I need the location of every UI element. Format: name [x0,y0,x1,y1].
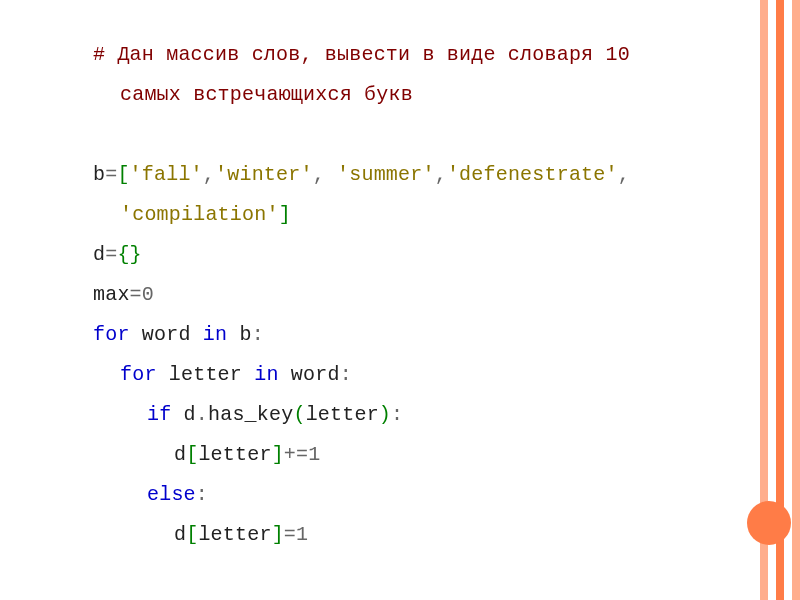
code-line-d: d={} [93,235,733,275]
nav-circle-icon [747,501,791,545]
comment-line-1: # Дан массив слов, вывести в виде словар… [93,35,733,75]
code-line-for-word: for word in b: [93,315,733,355]
code-line-for-letter: for letter in word: [93,355,733,395]
bar-5 [792,0,800,600]
code-line-else: else: [93,475,733,515]
code-line-max: max=0 [93,275,733,315]
code-line-b-cont: 'compilation'] [93,195,733,235]
code-line-assign: d[letter]=1 [93,515,733,555]
code-block: # Дан массив слов, вывести в виде словар… [93,35,733,555]
comment-text-1: # Дан массив слов, вывести в виде словар… [93,43,630,66]
blank-line [93,115,733,155]
code-line-if: if d.has_key(letter): [93,395,733,435]
code-line-b: b=['fall','winter', 'summer','defenestra… [93,155,733,195]
code-line-incr: d[letter]+=1 [93,435,733,475]
comment-text-2: самых встречающихся букв [120,83,413,106]
comment-line-2: самых встречающихся букв [93,75,733,115]
